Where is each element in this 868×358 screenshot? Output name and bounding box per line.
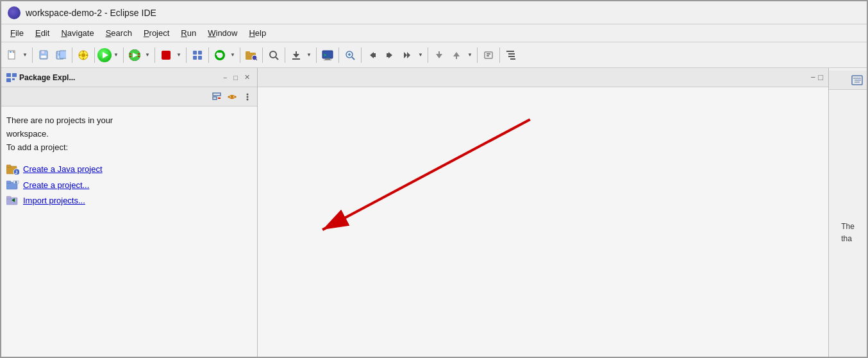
svg-marker-53 (436, 54, 442, 58)
toolbar-sep-15 (477, 47, 478, 63)
svg-rect-6 (42, 56, 46, 58)
panel-minimize[interactable]: − (221, 73, 229, 82)
editor-minimize[interactable]: − (811, 72, 816, 82)
menu-search[interactable]: Search (101, 26, 137, 40)
save-all-button[interactable] (53, 47, 69, 64)
toolbar-sep-7 (208, 47, 209, 63)
debug-dropdown[interactable]: ▼ (143, 47, 152, 64)
search-button[interactable] (265, 47, 282, 64)
svg-marker-55 (453, 52, 460, 56)
refresh-button[interactable] (212, 47, 228, 64)
panel-header: Package Expl... − □ ✕ (1, 68, 257, 87)
zoom-button[interactable] (342, 47, 358, 64)
editor-header: − □ (258, 68, 828, 87)
svg-rect-2 (10, 51, 12, 53)
import-projects-link[interactable]: Import projects... (6, 195, 252, 205)
svg-rect-31 (246, 51, 250, 54)
forward-more-button[interactable] (399, 47, 415, 64)
no-projects-message: There are no projects in your workspace.… (6, 114, 252, 154)
svg-marker-49 (388, 52, 392, 58)
import-projects-label[interactable]: Import projects... (23, 196, 85, 205)
stop-dropdown[interactable]: ▼ (174, 47, 183, 64)
perspective-button[interactable] (189, 47, 206, 64)
open-type-button[interactable] (243, 47, 260, 64)
run-config-button[interactable] (75, 47, 92, 64)
svg-point-70 (247, 93, 249, 95)
menu-file[interactable]: File (5, 26, 29, 40)
right-panel-header (829, 71, 867, 90)
svg-line-33 (256, 60, 257, 60)
toolbar-sep-5 (154, 47, 155, 63)
svg-rect-21 (129, 56, 131, 57)
back-button[interactable] (364, 47, 381, 64)
menu-window[interactable]: Window (203, 26, 242, 40)
menu-project[interactable]: Project (138, 26, 174, 40)
menu-run[interactable]: Run (176, 26, 201, 40)
svg-rect-65 (213, 97, 217, 99)
panel-title: Package Expl... (19, 73, 219, 82)
download-dropdown[interactable]: ▼ (305, 47, 313, 64)
toolbar-sep-14 (428, 47, 428, 63)
svg-rect-38 (292, 58, 300, 60)
svg-rect-37 (296, 51, 297, 55)
download-button[interactable] (288, 47, 305, 64)
java-project-icon: J (6, 163, 19, 175)
outline-toggle-button[interactable] (503, 47, 519, 64)
svg-text:J: J (15, 169, 17, 175)
arrow-annotation (258, 87, 828, 358)
annotation-dropdown[interactable]: ▼ (465, 47, 474, 64)
menu-bar: File Edit Navigate Search Project Run Wi… (1, 24, 867, 42)
svg-rect-27 (198, 56, 202, 60)
create-java-project-label[interactable]: Create a Java project (23, 164, 103, 174)
next-annotation-button[interactable] (431, 47, 447, 64)
last-edit-button[interactable] (480, 47, 497, 64)
svg-rect-61 (12, 73, 17, 77)
play-button[interactable] (97, 48, 112, 62)
panel-toolbar (1, 87, 257, 107)
svg-marker-47 (370, 52, 374, 58)
svg-line-44 (352, 57, 355, 60)
svg-rect-57 (485, 52, 492, 58)
svg-rect-20 (129, 53, 131, 55)
link-editor-button[interactable] (225, 90, 239, 104)
new-file-button[interactable] (4, 47, 21, 64)
svg-rect-24 (193, 51, 197, 55)
save-button[interactable] (35, 47, 52, 64)
menu-help[interactable]: Help (244, 26, 271, 40)
more-options-button[interactable] (240, 90, 255, 104)
svg-text:>_: >_ (324, 53, 330, 58)
new-file-dropdown[interactable]: ▼ (21, 47, 29, 64)
svg-marker-51 (404, 52, 407, 58)
svg-rect-10 (60, 51, 66, 58)
window-title: workspace-demo-2 - Eclipse IDE (26, 8, 156, 18)
svg-rect-22 (138, 53, 140, 55)
panel-close[interactable]: ✕ (242, 72, 252, 82)
play-dropdown[interactable]: ▼ (112, 47, 121, 64)
toolbar-sep-16 (499, 47, 500, 63)
nav-dropdown[interactable]: ▼ (416, 47, 425, 64)
svg-rect-62 (6, 78, 11, 82)
panel-view-icon (6, 73, 17, 82)
refresh-dropdown[interactable]: ▼ (228, 47, 237, 64)
svg-rect-60 (6, 73, 11, 77)
create-project-label[interactable]: Create a project... (23, 180, 89, 190)
forward-button[interactable] (381, 47, 398, 64)
menu-navigate[interactable]: Navigate (56, 26, 99, 40)
editor-maximize[interactable]: □ (818, 72, 823, 82)
toolbar-sep-10 (285, 47, 285, 63)
menu-edit[interactable]: Edit (30, 26, 54, 40)
svg-point-67 (231, 96, 233, 98)
debug-button[interactable] (126, 47, 143, 64)
svg-rect-50 (387, 53, 388, 57)
svg-rect-48 (374, 53, 376, 57)
outline-view-button[interactable] (850, 73, 864, 87)
stop-button[interactable] (158, 47, 174, 64)
play-group: ▼ (97, 47, 121, 64)
create-project-link[interactable]: Create a project... (6, 180, 252, 190)
prev-annotation-button[interactable] (448, 47, 465, 64)
toolbar-sep-2 (72, 47, 72, 63)
create-java-project-link[interactable]: J Create a Java project (6, 163, 252, 175)
panel-maximize[interactable]: □ (231, 73, 240, 82)
console-button[interactable]: >_ (319, 47, 336, 64)
collapse-all-button[interactable] (210, 90, 224, 104)
